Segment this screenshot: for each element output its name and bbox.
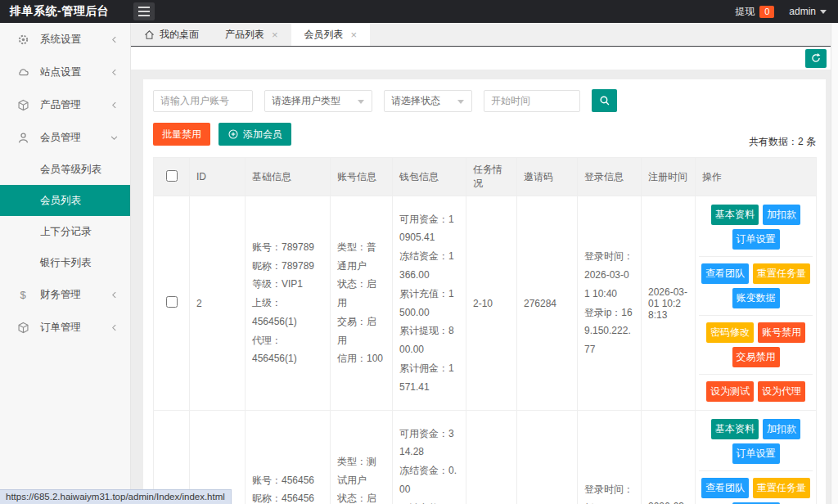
column-header: 账号信息 bbox=[331, 158, 393, 196]
operation-group: 基本资料加扣款订单设置 bbox=[699, 412, 813, 471]
add-member-button[interactable]: 添加会员 bbox=[219, 123, 291, 146]
sidebar-item-member-management[interactable]: 会员管理 bbox=[0, 121, 130, 154]
op-button[interactable]: 基本资料 bbox=[711, 205, 759, 225]
cell-register-time: 2026-03-01 10:27:35 bbox=[642, 411, 696, 504]
chevron-left-icon bbox=[110, 323, 119, 332]
sidebar-item-label: 会员管理 bbox=[40, 131, 81, 145]
op-button[interactable]: 基本资料 bbox=[711, 419, 759, 439]
content-area: 请选择用户类型 请选择状态 批量禁用 添加会员 共有数据： bbox=[131, 70, 831, 504]
column-header: 任务情况 bbox=[466, 158, 517, 196]
op-button[interactable]: 设为测试 bbox=[706, 381, 754, 402]
search-button[interactable] bbox=[592, 89, 617, 112]
sidebar-item-updown-records[interactable]: 上下分记录 bbox=[0, 216, 130, 247]
op-button[interactable]: 账变数据 bbox=[732, 288, 780, 308]
op-button[interactable]: 设为代理 bbox=[758, 381, 805, 402]
start-time-input[interactable] bbox=[484, 90, 580, 112]
gear-icon bbox=[16, 33, 29, 46]
column-header: 注册时间 bbox=[642, 158, 696, 196]
refresh-button[interactable] bbox=[805, 49, 827, 68]
home-icon bbox=[144, 29, 155, 40]
op-button[interactable]: 查看团队 bbox=[701, 478, 749, 498]
withdraw-link[interactable]: 提现 bbox=[735, 5, 755, 19]
sidebar-item-member-list[interactable]: 会员列表 bbox=[0, 185, 130, 216]
scrollbar-track[interactable] bbox=[831, 23, 838, 504]
operation-group: 查看团队重置任务量账变数据 bbox=[699, 257, 813, 316]
column-header: 基础信息 bbox=[246, 158, 331, 196]
op-button[interactable]: 加扣款 bbox=[763, 419, 800, 439]
total-count: 共有数据：2 条 bbox=[749, 135, 816, 149]
cell-basic-info: 账号：456456 昵称：456456 等级：VIP1 上级：暂无(0) 代理：… bbox=[246, 411, 331, 504]
user-type-select[interactable]: 请选择用户类型 bbox=[264, 90, 372, 112]
operation-group: 基本资料加扣款订单设置 bbox=[699, 198, 813, 257]
user-menu[interactable]: admin bbox=[789, 6, 827, 17]
members-table: ID 基础信息 账号信息 钱包信息 任务情况 邀请码 登录信息 注册时间 操作 … bbox=[153, 157, 817, 504]
cell-wallet-info: 可用资金：10905.41 冻结资金：1366.00 累计充值：1500.00 … bbox=[393, 196, 466, 411]
sidebar-item-bank-card-list[interactable]: 银行卡列表 bbox=[0, 247, 130, 278]
refresh-icon bbox=[810, 52, 822, 64]
sidebar-item-member-level-list[interactable]: 会员等级列表 bbox=[0, 154, 130, 185]
tab-product-list[interactable]: 产品列表× bbox=[212, 23, 291, 46]
op-button[interactable]: 交易禁用 bbox=[732, 347, 780, 367]
column-header: 操作 bbox=[696, 158, 817, 196]
tab-bar: 我的桌面产品列表×会员列表× bbox=[131, 23, 838, 47]
operation-group: 查看团队重置任务量账变数据 bbox=[699, 471, 813, 504]
op-button[interactable]: 查看团队 bbox=[701, 263, 749, 284]
tab-label: 产品列表 bbox=[225, 28, 264, 42]
sidebar-item-finance-management[interactable]: $财务管理 bbox=[0, 278, 130, 311]
op-button[interactable]: 重置任务量 bbox=[753, 263, 810, 284]
sidebar-item-label: 财务管理 bbox=[40, 288, 81, 302]
op-button[interactable]: 订单设置 bbox=[732, 229, 780, 250]
select-all-checkbox[interactable] bbox=[166, 170, 178, 182]
chevron-left-icon bbox=[110, 35, 119, 44]
cell-invite-code: 276284 bbox=[517, 196, 578, 411]
operation-group: 设为测试设为代理 bbox=[699, 375, 813, 408]
cell-operations: 基本资料加扣款订单设置查看团队重置任务量账变数据密码修改账号禁用交易禁用设为测试… bbox=[696, 196, 817, 411]
tab-label: 我的桌面 bbox=[160, 28, 199, 42]
filter-row: 请选择用户类型 请选择状态 bbox=[153, 89, 816, 112]
withdraw-badge[interactable]: 0 bbox=[759, 6, 774, 18]
operation-group: 密码修改账号禁用交易禁用 bbox=[699, 316, 813, 375]
op-button[interactable]: 账号禁用 bbox=[758, 322, 805, 343]
op-button[interactable]: 订单设置 bbox=[732, 443, 780, 464]
batch-disable-button[interactable]: 批量禁用 bbox=[153, 123, 210, 146]
tab-member-list[interactable]: 会员列表× bbox=[291, 23, 371, 46]
cell-account-info: 类型：普通用户 状态：启用 交易：启用 信用：100 bbox=[331, 196, 393, 411]
cell-operations: 基本资料加扣款订单设置查看团队重置任务量账变数据密码修改账号禁用交易禁用设为正式… bbox=[696, 411, 817, 504]
column-header: 邀请码 bbox=[517, 158, 578, 196]
link-preview: https://685.2.haiwaiym31.top/admin/Index… bbox=[0, 489, 232, 504]
sidebar-item-label: 订单管理 bbox=[40, 321, 81, 335]
user-icon bbox=[16, 131, 29, 144]
sidebar-item-order-management[interactable]: 订单管理 bbox=[0, 311, 130, 344]
menu-toggle-button[interactable] bbox=[133, 2, 155, 20]
search-icon bbox=[599, 95, 610, 106]
chevron-left-icon bbox=[110, 101, 119, 110]
plus-circle-icon bbox=[228, 128, 239, 140]
sidebar-item-site-settings[interactable]: 站点设置 bbox=[0, 56, 130, 88]
column-header: 钱包信息 bbox=[393, 158, 466, 196]
cell-wallet-info: 可用资金：314.28 冻结资金：0.00 累计充值：0.00 累计提现：0.0… bbox=[393, 411, 466, 504]
tab-label: 会员列表 bbox=[304, 28, 344, 42]
cell-login-info: 登录时间：暂无 登录ip：暂无 bbox=[578, 411, 642, 504]
app-title: 排单系统-管理后台 bbox=[0, 4, 131, 19]
status-select[interactable]: 请选择状态 bbox=[384, 90, 472, 112]
tab-desktop[interactable]: 我的桌面 bbox=[131, 23, 212, 46]
cloud-icon bbox=[16, 65, 29, 79]
op-button[interactable]: 密码修改 bbox=[706, 322, 754, 343]
sidebar-item-system-settings[interactable]: 系统设置 bbox=[0, 23, 130, 56]
table-header-row: ID 基础信息 账号信息 钱包信息 任务情况 邀请码 登录信息 注册时间 操作 bbox=[154, 158, 817, 196]
table-row: 1 账号：456456 昵称：456456 等级：VIP1 上级：暂无(0) 代… bbox=[154, 411, 817, 504]
close-icon[interactable]: × bbox=[351, 29, 358, 41]
close-icon[interactable]: × bbox=[272, 29, 278, 41]
username: admin bbox=[789, 6, 816, 17]
cell-account-info: 类型：测试用户 状态：启用 交易：启用 信用：100 bbox=[331, 411, 393, 504]
account-input[interactable] bbox=[153, 90, 253, 112]
chevron-left-icon bbox=[110, 290, 119, 299]
action-row: 批量禁用 添加会员 共有数据：2 条 bbox=[153, 123, 816, 146]
cell-task-status: 2-10 bbox=[466, 196, 517, 411]
row-checkbox[interactable] bbox=[166, 296, 178, 308]
toolbar bbox=[131, 47, 838, 70]
sidebar-item-product-management[interactable]: 产品管理 bbox=[0, 88, 130, 121]
op-button[interactable]: 重置任务量 bbox=[753, 478, 810, 498]
cell-login-info: 登录时间：2026-03-01 10:40 登录ip：169.150.222.7… bbox=[578, 196, 642, 411]
op-button[interactable]: 加扣款 bbox=[763, 205, 800, 225]
